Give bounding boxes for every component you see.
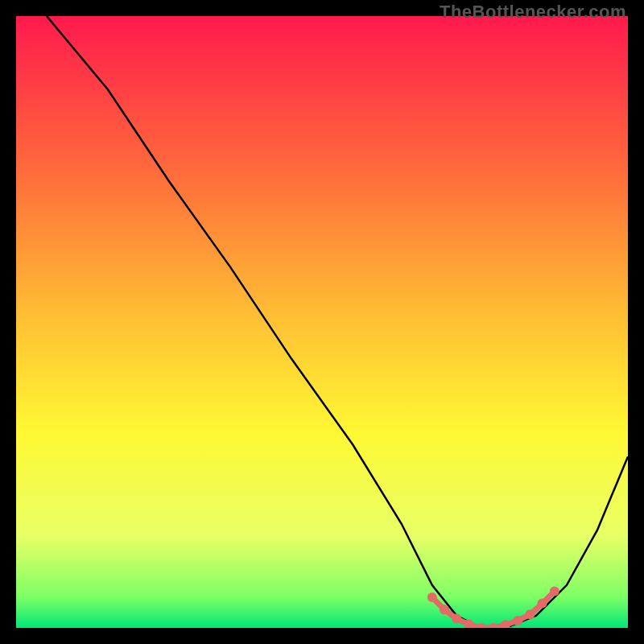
watermark-text: TheBottlenecker.com <box>440 2 626 23</box>
chart-svg <box>16 16 628 628</box>
match-marker <box>452 614 461 624</box>
chart-frame <box>16 16 628 628</box>
match-marker <box>513 616 522 625</box>
match-marker <box>550 586 559 596</box>
match-marker <box>427 592 437 602</box>
match-marker <box>525 609 535 619</box>
match-marker <box>440 605 449 614</box>
match-marker <box>538 599 547 609</box>
gradient-bg <box>16 16 628 628</box>
